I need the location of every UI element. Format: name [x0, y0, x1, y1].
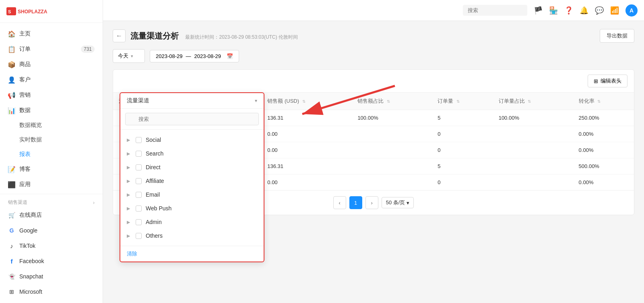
store-icon[interactable]: 🏪: [549, 6, 558, 15]
sub-item-label: 报表: [19, 151, 31, 158]
dropdown-trigger[interactable]: 流量渠道 ▾: [120, 93, 264, 109]
option-label: Social: [146, 137, 161, 143]
cell-sales: 0.00: [262, 126, 352, 142]
checkbox-search[interactable]: [136, 151, 142, 157]
sort-icon[interactable]: ⇅: [456, 99, 460, 104]
sidebar-item-facebook[interactable]: f Facebook: [0, 253, 103, 269]
filter-option-affiliate[interactable]: ▶ Affiliate: [120, 174, 264, 188]
search-input[interactable]: [463, 5, 527, 16]
online-store-icon: 🛒: [8, 212, 15, 219]
filter-option-others[interactable]: ▶ Others: [120, 229, 264, 243]
bell-icon[interactable]: 🔔: [580, 6, 588, 15]
sidebar-item-snapchat[interactable]: 👻 Snapchat: [0, 269, 103, 284]
sidebar-item-marketing[interactable]: 📢 营销: [0, 87, 103, 103]
cell-sales-ratio: [352, 126, 432, 142]
checkbox-direct[interactable]: [136, 164, 142, 170]
page-subtitle: 最新统计时间：2023-08-29 08:53:03(UTC) 伦敦时间: [185, 34, 297, 40]
checkbox-affiliate[interactable]: [136, 178, 142, 184]
current-page-button[interactable]: 1: [349, 196, 362, 209]
cell-conversion: 0.00%: [573, 126, 634, 142]
chat-icon[interactable]: 💬: [595, 6, 604, 15]
back-button[interactable]: ←: [113, 29, 126, 42]
page-size-select[interactable]: 50 条/页 ▾: [382, 197, 414, 208]
filter-dropdown[interactable]: 流量渠道 ▾ 🔍 ▶ Social ▶: [120, 92, 264, 262]
checkbox-webpush[interactable]: [136, 205, 142, 212]
checkbox-social[interactable]: [136, 137, 142, 143]
filter-option-direct[interactable]: ▶ Direct: [120, 160, 264, 174]
cell-orders-ratio: [493, 142, 573, 158]
sidebar-item-online-store[interactable]: 🛒 在线商店: [0, 208, 103, 223]
tiktok-icon: ♪: [8, 242, 15, 249]
filter-options-list: ▶ Social ▶ Search ▶ Direct: [120, 130, 264, 246]
checkbox-others[interactable]: [136, 233, 142, 239]
sidebar-item-data-overview[interactable]: 数据概览: [0, 118, 103, 133]
table-toolbar: ⊞ 编辑表头: [113, 70, 634, 93]
filter-option-search[interactable]: ▶ Search: [120, 147, 264, 160]
col-orders-ratio: 订单量占比 ⇅: [493, 93, 573, 110]
sidebar-item-customers[interactable]: 👤 客户: [0, 72, 103, 87]
filter-option-webpush[interactable]: ▶ Web Push: [120, 201, 264, 215]
marketing-icon: 📢: [8, 91, 15, 99]
blog-icon: 📝: [8, 166, 15, 173]
cell-orders: 5: [432, 110, 493, 126]
sidebar-item-microsoft[interactable]: ⊞ Microsoft: [0, 284, 103, 299]
date-preset-select[interactable]: 今天 ▾: [113, 49, 145, 63]
section-label-text: 销售渠道: [8, 199, 27, 206]
filter-clear-button[interactable]: 清除: [120, 246, 264, 261]
page-header-left: ← 流量渠道分析 最新统计时间：2023-08-29 08:53:03(UTC)…: [113, 29, 298, 42]
filter-search-input[interactable]: [125, 113, 259, 125]
sidebar-item-label: 数据: [19, 107, 31, 114]
expand-icon: ▶: [127, 220, 130, 225]
cell-sales-ratio: 100.00%: [352, 110, 432, 126]
help-icon[interactable]: ❓: [564, 6, 573, 15]
cell-orders: 5: [432, 158, 493, 174]
page-title: 流量渠道分析: [130, 31, 179, 40]
sidebar-item-orders[interactable]: 📋 订单 731: [0, 42, 103, 57]
sort-icon[interactable]: ⇅: [387, 99, 390, 104]
prev-page-button[interactable]: ‹: [333, 196, 346, 209]
next-page-button[interactable]: ›: [365, 196, 378, 209]
checkbox-email[interactable]: [136, 192, 142, 198]
channel-item-label: Facebook: [19, 258, 44, 264]
cell-conversion: 250.00%: [573, 110, 634, 126]
sidebar-item-products[interactable]: 📦 商品: [0, 57, 103, 72]
flag-icon[interactable]: 🏴: [534, 6, 543, 15]
date-preset-label: 今天: [118, 52, 128, 60]
cell-sales: 136.31: [262, 158, 352, 174]
section-expand-icon[interactable]: ›: [93, 200, 95, 205]
sidebar-item-tiktok[interactable]: ♪ TikTok: [0, 238, 103, 253]
cell-orders: 0: [432, 142, 493, 158]
sidebar-navigation: 🏠 主页 📋 订单 731 📦 商品 👤 客户 📢 营销 📊 数据 数据概览 实: [0, 23, 103, 303]
sort-icon[interactable]: ⇅: [597, 99, 601, 104]
sidebar-item-blog[interactable]: 📝 博客: [0, 162, 103, 177]
edit-header-button[interactable]: ⊞ 编辑表头: [588, 75, 627, 87]
wifi-icon[interactable]: 📶: [610, 6, 619, 15]
sort-icon[interactable]: ⇅: [528, 99, 531, 104]
date-range-picker[interactable]: 2023-08-29 — 2023-08-29 📅: [150, 50, 239, 62]
sidebar-item-label: 营销: [19, 91, 31, 99]
expand-icon: ▶: [127, 233, 130, 239]
checkbox-admin[interactable]: [136, 219, 142, 225]
sidebar-item-data[interactable]: 📊 数据: [0, 103, 103, 118]
channel-item-label: Microsoft: [19, 288, 42, 295]
sidebar-item-google[interactable]: G Google: [0, 223, 103, 238]
sidebar-item-apps[interactable]: ⬛ 应用: [0, 177, 103, 192]
cell-conversion: 0.00%: [573, 174, 634, 191]
sidebar-item-reports[interactable]: 报表: [0, 147, 103, 162]
sidebar-item-realtime[interactable]: 实时数据: [0, 133, 103, 147]
filter-option-social[interactable]: ▶ Social: [120, 133, 264, 147]
export-button[interactable]: 导出数据: [600, 29, 634, 43]
filter-option-admin[interactable]: ▶ Admin: [120, 215, 264, 229]
col-sales: 销售额 (USD) ⇅: [262, 93, 352, 110]
filter-option-email[interactable]: ▶ Email: [120, 188, 264, 201]
option-label: Affiliate: [146, 178, 164, 184]
sidebar-divider: [0, 194, 103, 194]
cell-orders: 0: [432, 174, 493, 191]
sort-icon[interactable]: ⇅: [302, 99, 305, 104]
page-size-label: 50 条/页: [386, 199, 405, 206]
user-avatar[interactable]: A: [625, 4, 638, 17]
cell-sales: 0.00: [262, 174, 352, 191]
date-from-label: 2023-08-29: [156, 53, 183, 59]
svg-text:S: S: [8, 9, 11, 14]
sidebar-item-home[interactable]: 🏠 主页: [0, 26, 103, 42]
